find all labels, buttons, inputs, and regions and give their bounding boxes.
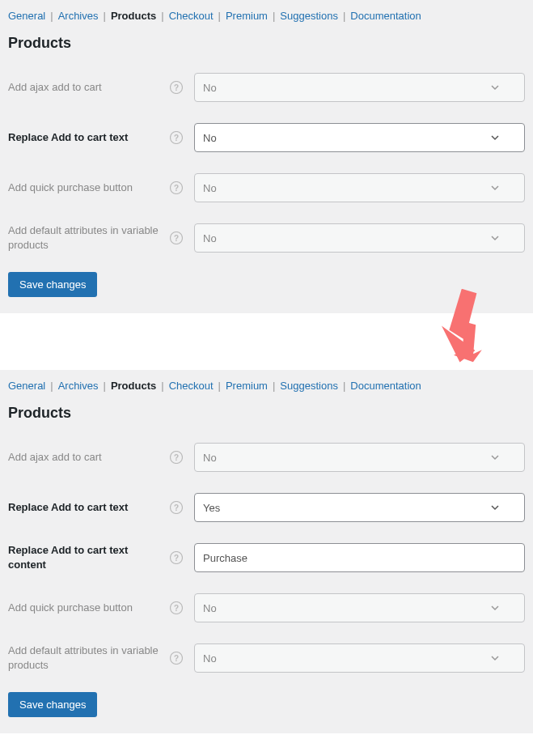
row-default-attrs: Add default attributes in variable produ… [8,637,525,687]
svg-text:?: ? [174,503,179,512]
help-icon[interactable]: ? [170,81,194,94]
help-icon[interactable]: ? [170,231,194,244]
label-replace-cart: Replace Add to cart text [8,500,170,515]
tab-general[interactable]: General [8,380,45,392]
select-value: No [203,602,217,614]
select-replace-cart[interactable]: No [194,123,525,152]
row-default-attrs: Add default attributes in variable produ… [8,217,525,267]
svg-text:?: ? [174,654,179,663]
select-value: No [203,232,217,244]
row-quick-purchase: Add quick purchase button ? No [8,167,525,217]
help-icon[interactable]: ? [170,131,194,144]
save-button[interactable]: Save changes [8,272,97,297]
nav-sep: | [268,380,280,392]
row-ajax-cart: Add ajax add to cart ? No [8,66,525,117]
svg-text:?: ? [174,453,179,462]
row-replace-cart: Replace Add to cart text ? No [8,117,525,167]
help-icon[interactable]: ? [170,652,194,665]
nav-sep: | [45,380,57,392]
nav-sep: | [99,380,111,392]
select-ajax-cart[interactable]: No [194,443,525,472]
select-value: Yes [203,502,220,514]
nav-sep: | [214,10,226,22]
label-default-attrs: Add default attributes in variable produ… [8,223,170,252]
tab-checkout[interactable]: Checkout [169,10,214,22]
label-quick-purchase: Add quick purchase button [8,181,170,195]
tab-nav: General| Archives| Products| Checkout| P… [8,6,525,30]
svg-text:?: ? [174,83,179,92]
row-replace-cart: Replace Add to cart text ? Yes [8,486,525,537]
select-value: No [203,182,217,194]
svg-text:?: ? [174,234,179,243]
tab-checkout[interactable]: Checkout [169,380,214,392]
page-title: Products [8,30,525,66]
panel-gap [0,313,533,370]
row-ajax-cart: Add ajax add to cart ? No [8,436,525,486]
label-default-attrs: Add default attributes in variable produ… [8,643,170,672]
label-replace-cart: Replace Add to cart text [8,130,170,145]
chevron-down-icon [490,183,500,193]
help-icon[interactable]: ? [170,551,194,564]
select-default-attrs[interactable]: No [194,223,525,253]
select-replace-cart[interactable]: Yes [194,493,525,522]
select-default-attrs[interactable]: No [194,643,525,673]
select-value: No [203,132,217,144]
tab-archives[interactable]: Archives [58,10,99,22]
chevron-down-icon [490,83,500,92]
nav-sep: | [156,380,168,392]
nav-sep: | [338,10,350,22]
svg-text:?: ? [174,554,179,563]
help-icon[interactable]: ? [170,601,194,614]
svg-text:?: ? [174,604,179,613]
tab-nav: General| Archives| Products| Checkout| P… [8,376,525,400]
chevron-down-icon [490,653,500,663]
row-replace-cart-content: Replace Add to cart text content ? Purch… [8,537,525,587]
row-quick-purchase: Add quick purchase button ? No [8,587,525,637]
tab-documentation[interactable]: Documentation [350,10,421,22]
nav-sep: | [99,10,111,22]
select-value: No [203,652,217,665]
help-icon[interactable]: ? [170,501,194,514]
nav-sep: | [268,10,280,22]
nav-sep: | [214,380,226,392]
tab-suggestions[interactable]: Suggestions [280,10,338,22]
select-quick-purchase[interactable]: No [194,173,525,202]
save-button[interactable]: Save changes [8,692,97,717]
panel-after: General| Archives| Products| Checkout| P… [0,370,533,733]
page-title: Products [8,400,525,436]
svg-text:?: ? [174,134,179,142]
tab-products[interactable]: Products [111,10,156,22]
chevron-down-icon [490,503,500,512]
tab-documentation[interactable]: Documentation [350,380,421,392]
nav-sep: | [45,10,57,22]
tab-suggestions[interactable]: Suggestions [280,380,338,392]
svg-text:?: ? [174,184,179,193]
label-ajax-cart: Add ajax add to cart [8,80,170,95]
select-value: No [203,452,217,464]
label-replace-cart-content: Replace Add to cart text content [8,543,170,571]
select-quick-purchase[interactable]: No [194,593,525,622]
arrow-icon [420,289,493,372]
tab-products[interactable]: Products [111,380,156,392]
panel-before: General| Archives| Products| Checkout| P… [0,0,533,313]
chevron-down-icon [490,233,500,243]
tab-premium[interactable]: Premium [226,10,268,22]
help-icon[interactable]: ? [170,181,194,194]
help-icon[interactable]: ? [170,451,194,464]
chevron-down-icon [490,133,500,142]
select-ajax-cart[interactable]: No [194,73,525,102]
tab-premium[interactable]: Premium [226,380,268,392]
label-ajax-cart: Add ajax add to cart [8,450,170,465]
tab-general[interactable]: General [8,10,45,22]
chevron-down-icon [490,452,500,462]
nav-sep: | [338,380,350,392]
input-value: Purchase [203,552,247,564]
nav-sep: | [156,10,168,22]
chevron-down-icon [490,603,500,613]
tab-archives[interactable]: Archives [58,380,99,392]
label-quick-purchase: Add quick purchase button [8,601,170,615]
input-replace-cart-content[interactable]: Purchase [194,543,525,572]
select-value: No [203,82,217,94]
